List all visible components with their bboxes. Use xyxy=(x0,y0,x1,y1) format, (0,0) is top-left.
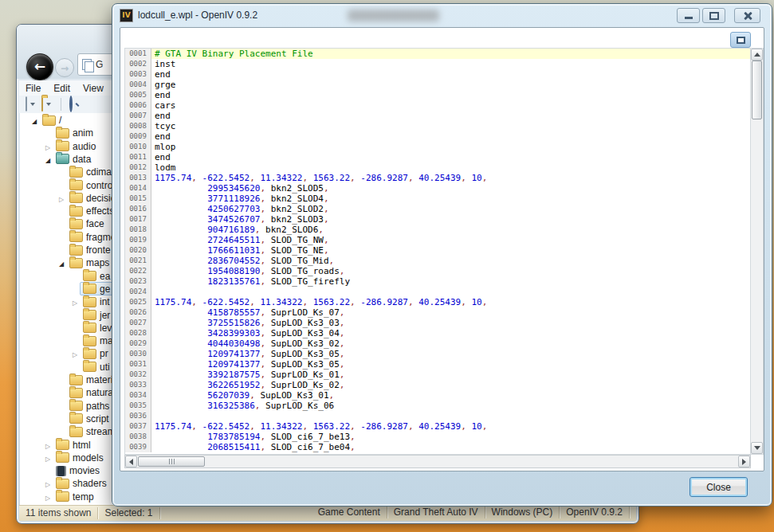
editor-line[interactable]: 0012lodm xyxy=(125,162,750,173)
tree-item-ge[interactable]: ge xyxy=(70,283,113,295)
expander-closed-icon[interactable] xyxy=(43,452,53,464)
tree-item-paths[interactable]: paths xyxy=(57,400,112,413)
editor-line[interactable]: 0015 3771118926, bkn2_SLOD4, xyxy=(125,194,750,204)
vertical-scrollbar[interactable] xyxy=(750,48,764,455)
editor-line[interactable]: 0039 2068515411, SLOD_ci6_7_be04, xyxy=(125,442,750,452)
tree-item-temp[interactable]: temp xyxy=(43,491,97,503)
editor-line[interactable]: 0024 xyxy=(125,287,750,297)
forward-button[interactable] xyxy=(55,58,74,77)
editor-line[interactable]: 0010mlop xyxy=(125,142,750,152)
editor-line[interactable]: 0014 2995345620, bkn2_SLOD5, xyxy=(125,183,750,194)
minimize-button[interactable] xyxy=(677,8,700,23)
editor-line[interactable]: 0005end xyxy=(125,90,750,100)
editor-line[interactable]: 0001# GTA IV Binary Placement File xyxy=(125,49,750,59)
editor-line[interactable]: 0007end xyxy=(125,111,750,121)
editor-line[interactable]: 0019 2724645511, SLOD_TG_NW, xyxy=(125,235,750,245)
editor-line[interactable]: 0004grge xyxy=(125,80,750,90)
tree-item-fronte[interactable]: fronte xyxy=(57,244,114,256)
close-button[interactable]: Close xyxy=(690,477,748,497)
editor-line[interactable]: 0030 1209741377, SupLOD_Ks3_05, xyxy=(125,349,750,359)
tree-item-decisio[interactable]: decisio xyxy=(57,192,119,205)
editor-line[interactable]: 00371175.74, -622.5452, 11.34322, 1563.2… xyxy=(125,421,750,432)
expander-open-icon[interactable] xyxy=(43,154,53,165)
tree-item-shaders[interactable]: shaders xyxy=(43,477,110,490)
tree-item-movies[interactable]: movies xyxy=(43,464,103,477)
editor-line[interactable]: 0028 3428399303, SupLOD_Ks3_04, xyxy=(125,328,750,338)
maximize-button[interactable] xyxy=(702,8,725,23)
tree-item-pr[interactable]: pr xyxy=(70,347,112,360)
editor-line[interactable]: 0017 3474526707, bkn2_SLOD3, xyxy=(125,214,750,225)
editor-line[interactable]: 0031 1209741377, SupLOD_Ks3_05, xyxy=(125,359,750,370)
tree-item-ma[interactable]: ma xyxy=(70,334,116,347)
tree-item-materi[interactable]: materi xyxy=(57,374,116,386)
tree-item-effects[interactable]: effects xyxy=(57,205,117,217)
tree-item-html[interactable]: html xyxy=(43,439,94,452)
editor-line[interactable]: 0027 3725515826, SupLOD_Ks3_03, xyxy=(125,318,750,328)
expander-closed-icon[interactable] xyxy=(57,193,66,204)
expander-open-icon[interactable] xyxy=(29,115,39,126)
editor-line[interactable]: 0033 3622651952, SuprLOD_Ks_02, xyxy=(125,380,750,390)
scroll-right-button[interactable] xyxy=(738,456,750,467)
tree-item-fragme[interactable]: fragme xyxy=(57,231,119,244)
tree-item-int[interactable]: int xyxy=(70,295,113,308)
horizontal-scroll-thumb[interactable] xyxy=(138,456,205,467)
editor-line[interactable]: 00131175.74, -622.5452, 11.34322, 1563.2… xyxy=(125,173,750,183)
editor-line[interactable]: 0036 xyxy=(125,411,750,421)
editor-line[interactable]: 0022 1954088190, SLOD_TG_roads, xyxy=(125,266,750,276)
menu-file[interactable]: File xyxy=(19,82,47,95)
expander-closed-icon[interactable] xyxy=(70,348,80,359)
tree-item-maps[interactable]: maps xyxy=(57,256,112,269)
editor-line[interactable]: 0034 56207039, SupLOD_Ks3_01, xyxy=(125,390,750,401)
back-button[interactable] xyxy=(26,53,53,80)
tree-item-natura[interactable]: natura xyxy=(57,386,116,399)
expander-closed-icon[interactable] xyxy=(43,141,53,152)
editor-line[interactable]: 0016 4250627703, bkn2_SLOD2, xyxy=(125,204,750,214)
text-editor[interactable]: 0001# GTA IV Binary Placement File0002in… xyxy=(124,48,751,455)
editor-line[interactable]: 0009end xyxy=(125,131,750,142)
scroll-left-button[interactable] xyxy=(125,456,137,467)
open-dropdown-icon[interactable] xyxy=(46,103,51,106)
search-button[interactable] xyxy=(68,97,73,111)
editor-line[interactable]: 0002inst xyxy=(125,59,750,69)
new-file-dropdown-icon[interactable] xyxy=(30,103,35,106)
vertical-scroll-thumb[interactable] xyxy=(752,61,762,119)
scroll-down-button[interactable] xyxy=(751,442,763,454)
tree-item--[interactable]: / xyxy=(29,114,65,127)
expander-open-icon[interactable] xyxy=(57,257,66,268)
open-button[interactable] xyxy=(41,97,43,111)
editor-line[interactable]: 0008tcyc xyxy=(125,121,750,131)
tree-item-script[interactable]: script xyxy=(57,413,112,425)
tree-item-data[interactable]: data xyxy=(43,153,94,166)
editor-line[interactable]: 0006cars xyxy=(125,100,750,111)
tree-item-face[interactable]: face xyxy=(57,217,108,230)
tree-item-models[interactable]: models xyxy=(43,452,107,464)
horizontal-scrollbar[interactable] xyxy=(124,455,751,468)
new-file-button[interactable] xyxy=(26,97,27,111)
editor-line[interactable]: 0018 904716189, bkn2_SLOD6, xyxy=(125,225,750,235)
tree-item-audio[interactable]: audio xyxy=(43,140,99,153)
expander-closed-icon[interactable] xyxy=(43,478,53,489)
editor-line[interactable]: 0020 1766611031, SLOD_TG_NE, xyxy=(125,245,750,256)
tree-item-stream[interactable]: stream xyxy=(57,425,119,438)
restore-view-button[interactable] xyxy=(730,32,751,48)
close-window-button[interactable] xyxy=(734,8,760,23)
tree-item-jer[interactable]: jer xyxy=(70,309,113,322)
title-bar[interactable]: IV lodcull_e.wpl - OpenIV 0.9.2 xyxy=(112,4,772,26)
tree-item-ea[interactable]: ea xyxy=(70,270,113,283)
editor-line[interactable]: 0011end xyxy=(125,152,750,162)
menu-edit[interactable]: Edit xyxy=(47,82,77,95)
editor-line[interactable]: 0023 1823135761, SLOD_TG_firefly xyxy=(125,276,750,287)
editor-line[interactable]: 0038 1783785194, SLOD_ci6_7_be13, xyxy=(125,432,750,442)
scroll-up-button[interactable] xyxy=(751,49,763,61)
editor-line[interactable]: 0029 4044030498, SupLOD_Ks3_02, xyxy=(125,338,750,349)
tree-item-contro[interactable]: contro xyxy=(57,179,116,192)
editor-line[interactable]: 0021 2836704552, SLOD_TG_Mid, xyxy=(125,256,750,266)
tree-item-lev[interactable]: lev xyxy=(70,322,115,334)
editor-line[interactable]: 0032 3392187575, SuprLOD_Ks_01, xyxy=(125,370,750,380)
expander-closed-icon[interactable] xyxy=(70,296,80,307)
tree-item-anim[interactable]: anim xyxy=(43,127,96,139)
tree-item-cdimag[interactable]: cdimag xyxy=(57,166,120,178)
editor-line[interactable]: 0003end xyxy=(125,69,750,80)
editor-line[interactable]: 0026 4158785557, SuprLOD_Ks_07, xyxy=(125,307,750,318)
menu-view[interactable]: View xyxy=(77,82,110,95)
